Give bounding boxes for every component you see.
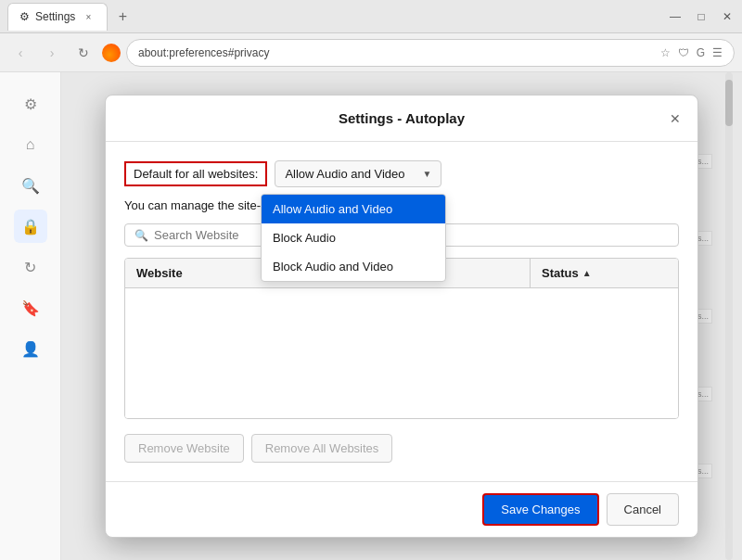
browser-content: ⚙ ⌂ 🔍 🔒 ↻ 🔖 👤 ngs... ngs... ngs... ngs..… [0, 72, 742, 560]
back-btn[interactable]: ‹ [7, 40, 33, 66]
refresh-btn[interactable]: ↻ [70, 40, 96, 66]
sort-arrow-icon[interactable]: ▲ [582, 268, 592, 278]
cancel-btn[interactable]: Cancel [607, 493, 679, 526]
sidebar-icon-sync[interactable]: ↻ [14, 250, 47, 284]
bookmark-icon[interactable]: ☆ [660, 46, 671, 59]
col-status-label: Status [542, 266, 579, 280]
modal-header: Settings - Autoplay ✕ [106, 95, 697, 142]
bottom-actions: Remove Website Remove All Websites [124, 434, 679, 463]
title-bar: ⚙ Settings × + — □ ✕ [0, 0, 742, 33]
page-background: ngs... ngs... ngs... ngs... ngs... Setti… [61, 72, 742, 560]
sidebar-icon-bookmarks[interactable]: 🔖 [14, 291, 47, 325]
modal-overlay: Settings - Autoplay ✕ Default for all we… [61, 72, 742, 560]
close-btn[interactable]: ✕ [720, 9, 735, 24]
dropdown-item-block-audio[interactable]: Block Audio [262, 223, 445, 252]
col-status-header: Status ▲ [530, 259, 678, 287]
sidebar-icon-lock[interactable]: 🔒 [14, 210, 47, 243]
websites-table: Website Status ▲ [124, 258, 679, 419]
dropdown-menu: Allow Audio and Video Block Audio Block … [261, 194, 446, 282]
forward-btn[interactable]: › [39, 40, 65, 66]
nav-bar: ‹ › ↻ about:preferences#privacy ☆ 🛡 G ☰ [0, 33, 742, 72]
modal-footer: Save Changes Cancel [106, 481, 697, 537]
new-tab-button[interactable]: + [111, 6, 134, 28]
modal-body: Default for all websites: Allow Audio an… [106, 142, 697, 481]
remove-all-websites-btn[interactable]: Remove All Websites [251, 434, 393, 463]
sidebar-icon-settings[interactable]: ⚙ [14, 87, 47, 121]
modal-title: Settings - Autoplay [339, 110, 465, 126]
tab-title: Settings [35, 10, 75, 23]
save-changes-btn[interactable]: Save Changes [482, 493, 598, 526]
address-text: about:preferences#privacy [138, 46, 269, 59]
minimize-btn[interactable]: — [668, 9, 683, 24]
address-bar[interactable]: about:preferences#privacy ☆ 🛡 G ☰ [126, 39, 735, 67]
autoplay-dropdown[interactable]: Allow Audio and Video ▼ [275, 160, 441, 187]
default-row: Default for all websites: Allow Audio an… [124, 160, 679, 187]
default-label: Default for all websites: [124, 161, 267, 186]
dropdown-arrow-icon: ▼ [423, 169, 432, 179]
sidebar-icon-home[interactable]: ⌂ [14, 128, 47, 161]
account-icon[interactable]: G [697, 46, 705, 59]
dropdown-item-block-av[interactable]: Block Audio and Video [262, 252, 445, 281]
remove-website-btn[interactable]: Remove Website [124, 434, 244, 463]
tab-close-btn[interactable]: × [81, 9, 96, 24]
settings-tab-icon: ⚙ [19, 10, 30, 23]
dropdown-selected-text: Allow Audio and Video [285, 167, 404, 181]
firefox-logo [102, 44, 121, 62]
window-controls: — □ ✕ [668, 9, 735, 24]
sidebar: ⚙ ⌂ 🔍 🔒 ↻ 🔖 👤 [0, 72, 61, 560]
sidebar-icon-search[interactable]: 🔍 [14, 169, 47, 202]
address-icons: ☆ 🛡 G ☰ [660, 46, 723, 59]
table-body [125, 288, 678, 418]
modal-close-btn[interactable]: ✕ [664, 108, 686, 130]
autoplay-settings-modal: Settings - Autoplay ✕ Default for all we… [105, 95, 698, 538]
browser-window: ⚙ Settings × + — □ ✕ ‹ › ↻ about:prefere… [0, 0, 742, 560]
dropdown-item-allow-av[interactable]: Allow Audio and Video [262, 195, 445, 223]
search-icon: 🔍 [134, 229, 148, 242]
shield-icon: 🛡 [678, 46, 689, 59]
active-tab[interactable]: ⚙ Settings × [7, 3, 108, 31]
menu-icon[interactable]: ☰ [712, 46, 723, 59]
maximize-btn[interactable]: □ [694, 9, 709, 24]
sidebar-icon-account[interactable]: 👤 [14, 332, 47, 365]
